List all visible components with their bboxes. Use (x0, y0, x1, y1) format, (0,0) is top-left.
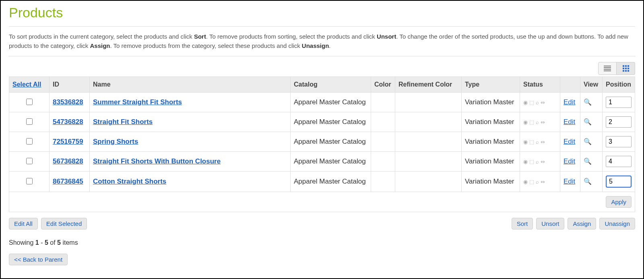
pagination-text: Showing 1 - 5 of 5 items (9, 239, 635, 246)
product-name-link[interactable]: Cotton Straight Shorts (93, 178, 166, 185)
width-icon: ⇔ (541, 159, 545, 165)
back-to-parent-button[interactable]: << Back to Parent (9, 254, 68, 265)
unassign-button[interactable]: Unassign (599, 218, 635, 229)
product-name-link[interactable]: Spring Shorts (93, 138, 138, 145)
intro-p4: . To remove products from the category, … (110, 42, 302, 49)
magnifier-icon[interactable]: 🔍 (584, 138, 592, 145)
magnifier-icon[interactable]: 🔍 (584, 118, 592, 125)
cell-catalog: Apparel Master Catalog (291, 152, 371, 172)
cell-color (371, 152, 395, 172)
product-id-link[interactable]: 83536828 (53, 98, 83, 106)
row-checkbox[interactable] (26, 158, 33, 164)
row-checkbox[interactable] (26, 138, 33, 145)
cube-icon: ⬚ (529, 179, 534, 185)
cube-icon: ⬚ (529, 99, 534, 105)
apply-button[interactable]: Apply (606, 196, 632, 208)
globe-icon: ◉ (523, 139, 528, 145)
header-catalog: Catalog (291, 77, 371, 93)
intro-b4: Unassign (302, 42, 329, 49)
cell-color (371, 172, 395, 192)
products-table: Select All ID Name Catalog Color Refinem… (9, 76, 635, 212)
header-color: Color (371, 77, 395, 93)
position-input[interactable] (606, 156, 632, 167)
status-icons: ◉ ⬚ ⌕ ⇔ (523, 179, 557, 185)
cell-type: Variation Master (462, 132, 520, 152)
cube-icon: ⬚ (529, 159, 534, 165)
row-checkbox[interactable] (26, 118, 33, 125)
width-icon: ⇔ (541, 99, 545, 105)
product-id-link[interactable]: 86736845 (53, 178, 83, 185)
cell-catalog: Apparel Master Catalog (291, 132, 371, 152)
header-edit (560, 77, 580, 93)
edit-link[interactable]: Edit (564, 178, 575, 185)
width-icon: ⇔ (541, 139, 545, 145)
intro-p2: . To remove products from sorting, selec… (206, 33, 377, 40)
product-name-link[interactable]: Straight Fit Shorts (93, 118, 153, 126)
position-input[interactable] (606, 136, 632, 147)
intro-p1: To sort products in the current category… (9, 33, 194, 40)
header-select-all: Select All (9, 77, 50, 93)
pagination-prefix: Showing (9, 239, 35, 246)
search-icon: ⌕ (536, 139, 539, 145)
width-icon: ⇔ (541, 179, 545, 185)
edit-link[interactable]: Edit (564, 157, 575, 165)
edit-link[interactable]: Edit (564, 98, 575, 106)
cell-color (371, 93, 395, 112)
grid-view-button[interactable] (617, 62, 635, 75)
header-status: Status (520, 77, 560, 93)
select-all-link[interactable]: Select All (12, 81, 41, 88)
page-title: Products (9, 5, 635, 21)
magnifier-icon[interactable]: 🔍 (584, 99, 592, 105)
cell-type: Variation Master (462, 93, 520, 112)
product-name-link[interactable]: Summer Straight Fit Shorts (93, 98, 182, 106)
cell-refinement-color (395, 112, 462, 132)
table-header-row: Select All ID Name Catalog Color Refinem… (9, 77, 635, 93)
status-icons: ◉ ⬚ ⌕ ⇔ (523, 159, 557, 165)
intro-b3: Assign (90, 42, 110, 49)
table-row: 56736828 Straight Fit Shorts With Button… (9, 152, 635, 172)
cell-catalog: Apparel Master Catalog (291, 112, 371, 132)
unsort-button[interactable]: Unsort (536, 218, 564, 229)
search-icon: ⌕ (536, 119, 539, 125)
globe-icon: ◉ (523, 159, 528, 165)
row-checkbox[interactable] (26, 99, 33, 105)
action-bar: Edit All Edit Selected Sort Unsort Assig… (9, 215, 635, 232)
edit-link[interactable]: Edit (564, 118, 575, 126)
product-id-link[interactable]: 54736828 (53, 118, 83, 126)
position-input[interactable] (606, 176, 632, 188)
product-name-link[interactable]: Straight Fit Shorts With Button Closure (93, 157, 221, 165)
edit-link[interactable]: Edit (564, 138, 575, 145)
cell-type: Variation Master (462, 152, 520, 172)
search-icon: ⌕ (536, 99, 539, 105)
pagination-from: 1 (35, 239, 39, 246)
pagination-dash: - (39, 239, 45, 246)
intro-p5: . (329, 42, 330, 49)
header-type: Type (462, 77, 520, 93)
magnifier-icon[interactable]: 🔍 (584, 178, 592, 185)
header-position: Position (603, 77, 635, 93)
product-id-link[interactable]: 56736828 (53, 157, 83, 165)
product-id-link[interactable]: 72516759 (53, 138, 83, 145)
table-row: 86736845 Cotton Straight Shorts Apparel … (9, 172, 635, 192)
magnifier-icon[interactable]: 🔍 (584, 158, 592, 165)
list-view-button[interactable] (598, 62, 617, 75)
cube-icon: ⬚ (529, 139, 534, 145)
position-input[interactable] (606, 97, 632, 108)
cell-type: Variation Master (462, 112, 520, 132)
globe-icon: ◉ (523, 179, 528, 185)
intro-text: To sort products in the current category… (9, 32, 635, 50)
sort-button[interactable]: Sort (512, 218, 533, 229)
header-name: Name (90, 77, 291, 93)
intro-b1: Sort (194, 33, 206, 40)
pagination-suffix: items (61, 239, 78, 246)
search-icon: ⌕ (536, 179, 539, 185)
cell-refinement-color (395, 93, 462, 112)
cell-color (371, 112, 395, 132)
position-input[interactable] (606, 116, 632, 128)
width-icon: ⇔ (541, 119, 545, 125)
assign-button[interactable]: Assign (568, 218, 596, 229)
edit-selected-button[interactable]: Edit Selected (41, 218, 87, 229)
search-icon: ⌕ (536, 159, 539, 165)
edit-all-button[interactable]: Edit All (9, 218, 38, 229)
row-checkbox[interactable] (26, 178, 33, 184)
